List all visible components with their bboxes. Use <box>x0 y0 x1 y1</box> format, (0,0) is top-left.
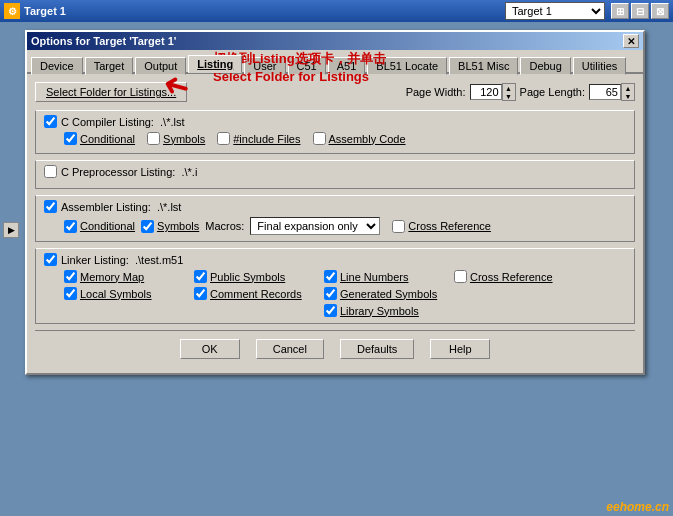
c-preprocessor-header: C Preprocessor Listing: .\*.i <box>44 165 626 178</box>
toolbar-btn-3[interactable]: ⊠ <box>651 3 669 19</box>
target-combo[interactable]: Target 1 <box>505 2 605 20</box>
assembly-code-checkbox[interactable] <box>313 132 326 145</box>
toolbar-btn-1[interactable]: ⊞ <box>611 3 629 19</box>
public-symbols-checkbox[interactable] <box>194 270 207 283</box>
c-preprocessor-group: C Preprocessor Listing: .\*.i <box>35 160 635 189</box>
help-button[interactable]: Help <box>430 339 490 359</box>
c-compiler-assembly: Assembly Code <box>313 132 406 145</box>
page-length-up[interactable]: ▲ <box>622 84 634 92</box>
c-preprocessor-checkbox[interactable] <box>44 165 57 178</box>
assembler-header: Assembler Listing: .\*.lst <box>44 200 626 213</box>
app-title: Target 1 <box>24 5 501 17</box>
local-symbols-checkbox[interactable] <box>64 287 77 300</box>
assembler-checkbox[interactable] <box>44 200 57 213</box>
c-compiler-options: Conditional Symbols #include Files Assem… <box>64 132 626 145</box>
tab-bar: Device Target Output Listing User C51 A5… <box>27 50 643 74</box>
page-length-down[interactable]: ▼ <box>622 92 634 100</box>
page-width-up[interactable]: ▲ <box>503 84 515 92</box>
linker-col2: Public Symbols Comment Records <box>194 270 324 317</box>
symbols-checkbox[interactable] <box>147 132 160 145</box>
linker-options-rows: Memory Map Local Symbols Public Symbols <box>64 270 626 317</box>
toolbar-buttons: ⊞ ⊟ ⊠ <box>611 3 669 19</box>
tab-bl51-misc[interactable]: BL51 Misc <box>449 57 518 75</box>
close-button[interactable]: ✕ <box>623 34 639 48</box>
memory-map-checkbox[interactable] <box>64 270 77 283</box>
assembler-options: Conditional Symbols Macros: No Macros Fi… <box>64 217 626 235</box>
assembler-cross-ref: Cross Reference <box>392 220 491 233</box>
page-width-field[interactable] <box>470 84 502 100</box>
watermark: eehome.cn <box>606 500 669 514</box>
macros-dropdown[interactable]: No Macros Final expansion only All expan… <box>250 217 380 235</box>
linker-comment-records: Comment Records <box>194 287 324 300</box>
tab-target[interactable]: Target <box>85 57 134 75</box>
c-preprocessor-label: C Preprocessor Listing: .\*.i <box>61 166 197 178</box>
linker-col4: Cross Reference <box>454 270 584 317</box>
comment-records-checkbox[interactable] <box>194 287 207 300</box>
dialog-buttons: OK Cancel Defaults Help <box>35 330 635 365</box>
c-compiler-symbols: Symbols <box>147 132 205 145</box>
assembler-conditional: Conditional <box>64 220 135 233</box>
conditional-checkbox[interactable] <box>64 132 77 145</box>
library-symbols-checkbox[interactable] <box>324 304 337 317</box>
page-width-input[interactable]: ▲ ▼ <box>470 83 516 101</box>
page-settings: Page Width: ▲ ▼ Page Length: ▲ ▼ <box>406 83 635 101</box>
linker-col3: Line Numbers Generated Symbols Library S… <box>324 270 454 317</box>
tab-debug[interactable]: Debug <box>520 57 570 75</box>
asm-symbols-checkbox[interactable] <box>141 220 154 233</box>
linker-public-symbols: Public Symbols <box>194 270 324 283</box>
app-icon: ⚙ <box>4 3 20 19</box>
macros-label: Macros: <box>205 220 244 232</box>
c-compiler-header: C Compiler Listing: .\*.lst <box>44 115 626 128</box>
defaults-button[interactable]: Defaults <box>340 339 414 359</box>
linker-checkbox[interactable] <box>44 253 57 266</box>
linker-cross-ref-checkbox[interactable] <box>454 270 467 283</box>
generated-symbols-checkbox[interactable] <box>324 287 337 300</box>
left-sidebar: ▶ <box>0 22 22 516</box>
page-width-label: Page Width: <box>406 86 466 98</box>
tab-device[interactable]: Device <box>31 57 83 75</box>
top-row: Select Folder for Listings... ➜ 切换到Listi… <box>35 82 635 102</box>
c-compiler-include: #include Files <box>217 132 300 145</box>
asm-cross-ref-label: Cross Reference <box>408 220 491 232</box>
tab-c51[interactable]: C51 <box>288 57 326 75</box>
options-dialog: Options for Target 'Target 1' ✕ Device T… <box>25 30 645 375</box>
c-compiler-label: C Compiler Listing: .\*.lst <box>61 116 184 128</box>
assembler-symbols: Symbols <box>141 220 199 233</box>
page-length-label: Page Length: <box>520 86 585 98</box>
tab-bl51-locate[interactable]: BL51 Locate <box>367 57 447 75</box>
page-length-field[interactable] <box>589 84 621 100</box>
sidebar-icon-1[interactable]: ▶ <box>3 222 19 238</box>
asm-cross-ref-checkbox[interactable] <box>392 220 405 233</box>
c-compiler-group: C Compiler Listing: .\*.lst Conditional … <box>35 110 635 154</box>
linker-col1: Memory Map Local Symbols <box>64 270 194 317</box>
tab-a51[interactable]: A51 <box>328 57 366 75</box>
tab-utilities[interactable]: Utilities <box>573 57 626 75</box>
linker-library-symbols: Library Symbols <box>324 304 454 317</box>
assembler-label: Assembler Listing: .\*.lst <box>61 201 181 213</box>
cancel-button[interactable]: Cancel <box>256 339 324 359</box>
dialog-title: Options for Target 'Target 1' <box>31 35 176 47</box>
select-folder-button[interactable]: Select Folder for Listings... <box>35 82 187 102</box>
tab-output[interactable]: Output <box>135 57 186 75</box>
linker-memory-map: Memory Map <box>64 270 194 283</box>
include-files-checkbox[interactable] <box>217 132 230 145</box>
linker-group: Linker Listing: .\test.m51 Memory Map Lo… <box>35 248 635 324</box>
dialog-content: Select Folder for Listings... ➜ 切换到Listi… <box>27 74 643 373</box>
linker-cross-ref: Cross Reference <box>454 270 584 283</box>
assembler-group: Assembler Listing: .\*.lst Conditional S… <box>35 195 635 242</box>
linker-line-numbers: Line Numbers <box>324 270 454 283</box>
tab-user[interactable]: User <box>244 57 285 75</box>
ok-button[interactable]: OK <box>180 339 240 359</box>
line-numbers-checkbox[interactable] <box>324 270 337 283</box>
tab-listing[interactable]: Listing <box>188 55 242 73</box>
toolbar-btn-2[interactable]: ⊟ <box>631 3 649 19</box>
page-width-down[interactable]: ▼ <box>503 92 515 100</box>
app-titlebar: ⚙ Target 1 Target 1 ⊞ ⊟ ⊠ <box>0 0 673 22</box>
asm-conditional-checkbox[interactable] <box>64 220 77 233</box>
linker-generated-symbols: Generated Symbols <box>324 287 454 300</box>
c-compiler-conditional: Conditional <box>64 132 135 145</box>
c-compiler-checkbox[interactable] <box>44 115 57 128</box>
linker-label: Linker Listing: .\test.m51 <box>61 254 183 266</box>
dialog-titlebar: Options for Target 'Target 1' ✕ <box>27 32 643 50</box>
page-length-input[interactable]: ▲ ▼ <box>589 83 635 101</box>
